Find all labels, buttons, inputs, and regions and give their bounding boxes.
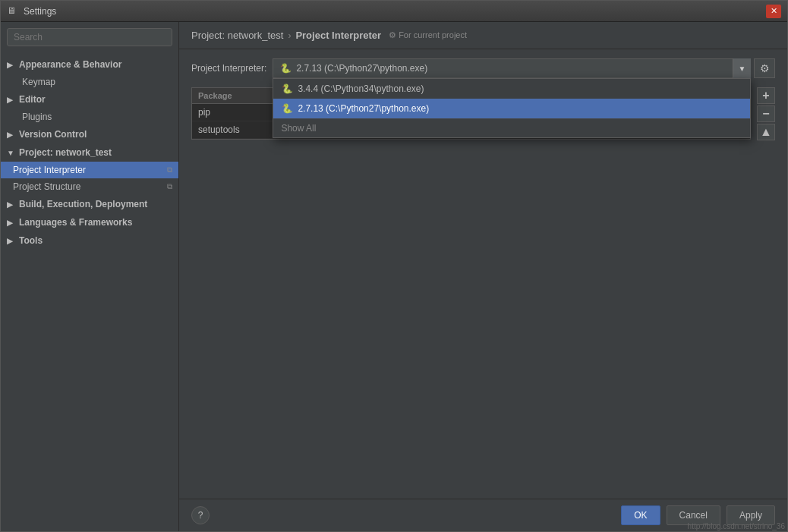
bottom-bar: ? OK Cancel Apply [179, 499, 787, 531]
copy-icon: ⧉ [167, 165, 172, 175]
sidebar-item-appearance[interactable]: ▶ Appearance & Behavior [1, 55, 178, 74]
lang-arrow-icon: ▶ [7, 219, 16, 227]
gear-button[interactable]: ⚙ [754, 58, 775, 78]
remove-package-button[interactable]: − [757, 105, 775, 122]
dropdown-option-py344-label: 3.4.4 (C:\Python34\python.exe) [298, 83, 424, 94]
panel-body: Project Interpreter: 🐍 2.7.13 (C:\Python… [179, 49, 787, 499]
sidebar-item-ps-label: Project Structure [13, 181, 80, 192]
tools-arrow-icon: ▶ [7, 237, 16, 245]
build-arrow-icon: ▶ [7, 200, 16, 209]
title-bar: 🖥 Settings ✕ [1, 1, 787, 22]
py344-icon: 🐍 [281, 83, 293, 95]
sidebar-item-languages[interactable]: ▶ Languages & Frameworks [1, 213, 178, 231]
interpreter-row: Project Interpreter: 🐍 2.7.13 (C:\Python… [191, 58, 775, 78]
main-content: ▶ Appearance & Behavior Keymap ▶ Editor … [1, 22, 787, 531]
dropdown-option-show-all[interactable]: Show All [273, 118, 750, 137]
panel-page-label: Project Interpreter [295, 30, 381, 41]
arrow-icon: ▶ [7, 61, 16, 69]
dropdown-arrow-icon[interactable]: ▼ [733, 58, 751, 78]
cancel-button[interactable]: Cancel [667, 505, 720, 525]
sidebar-item-project-label: Project: network_test [19, 147, 112, 158]
interpreter-dropdown-wrapper: 🐍 2.7.13 (C:\Python27\python.exe) ▼ 🐍 3.… [273, 58, 751, 78]
up-package-button[interactable]: ▲ [757, 124, 775, 140]
vc-arrow-icon: ▶ [7, 131, 16, 139]
panel-project-label: Project: network_test [191, 30, 283, 41]
sidebar-item-appearance-label: Appearance & Behavior [19, 59, 121, 70]
py2713-icon: 🐍 [281, 102, 293, 115]
sidebar-item-project-structure[interactable]: Project Structure ⧉ [1, 178, 178, 195]
sidebar-item-editor[interactable]: ▶ Editor [1, 90, 178, 109]
window-icon: 🖥 [7, 5, 19, 17]
sidebar-item-plugins-label: Plugins [22, 112, 52, 122]
interpreter-label: Project Interpreter: [191, 63, 266, 74]
sidebar-item-keymap[interactable]: Keymap [1, 74, 178, 90]
dropdown-option-showall-label: Show All [281, 123, 316, 134]
interpreter-dropdown[interactable]: 🐍 2.7.13 (C:\Python27\python.exe) [273, 58, 751, 78]
sidebar-item-keymap-label: Keymap [22, 77, 55, 87]
panel-header: Project: network_test › Project Interpre… [179, 22, 787, 49]
interpreter-dropdown-popup: 🐍 3.4.4 (C:\Python34\python.exe) 🐍 2.7.1… [273, 78, 751, 138]
sidebar-item-pi-label: Project Interpreter [13, 165, 86, 175]
sidebar-item-lang-label: Languages & Frameworks [19, 217, 132, 228]
dropdown-option-py2713[interactable]: 🐍 2.7.13 (C:\Python27\python.exe) [273, 99, 750, 118]
sidebar-item-tools[interactable]: ▶ Tools [1, 231, 178, 250]
sidebar-item-build-label: Build, Execution, Deployment [19, 199, 147, 209]
sidebar-item-version-control[interactable]: ▶ Version Control [1, 125, 178, 143]
interpreter-selected-value: 2.7.13 (C:\Python27\python.exe) [296, 63, 427, 74]
sidebar-item-build[interactable]: ▶ Build, Execution, Deployment [1, 195, 178, 213]
sidebar-item-project[interactable]: ▼ Project: network_test [1, 143, 178, 162]
close-button[interactable]: ✕ [766, 5, 781, 18]
ok-button[interactable]: OK [621, 505, 660, 525]
sidebar-item-project-interpreter[interactable]: Project Interpreter ⧉ [1, 162, 178, 178]
settings-window: 🖥 Settings ✕ ▶ Appearance & Behavior Key… [0, 0, 788, 532]
sidebar-item-plugins[interactable]: Plugins [1, 109, 178, 125]
apply-button[interactable]: Apply [727, 505, 775, 525]
dropdown-option-py2713-label: 2.7.13 (C:\Python27\python.exe) [298, 103, 429, 114]
project-arrow-icon: ▼ [7, 149, 16, 157]
sidebar: ▶ Appearance & Behavior Keymap ▶ Editor … [1, 22, 179, 531]
breadcrumb-arrow: › [288, 30, 291, 41]
sidebar-item-editor-label: Editor [19, 94, 46, 105]
python-icon: 🐍 [279, 62, 292, 74]
search-input[interactable] [7, 28, 172, 46]
right-panel: Project: network_test › Project Interpre… [179, 22, 787, 531]
panel-subtitle: ⚙ For current project [389, 30, 467, 40]
help-button[interactable]: ? [191, 506, 210, 524]
editor-arrow-icon: ▶ [7, 96, 16, 104]
title-bar-label: Settings [24, 6, 766, 17]
nav-items: ▶ Appearance & Behavior Keymap ▶ Editor … [1, 52, 178, 531]
sidebar-item-vc-label: Version Control [19, 129, 87, 140]
copy-icon-2: ⧉ [167, 182, 172, 191]
package-action-buttons: + − ▲ [757, 87, 775, 140]
sidebar-item-tools-label: Tools [19, 235, 43, 246]
dropdown-option-py344[interactable]: 🐍 3.4.4 (C:\Python34\python.exe) [273, 79, 750, 99]
add-package-button[interactable]: + [757, 87, 775, 104]
